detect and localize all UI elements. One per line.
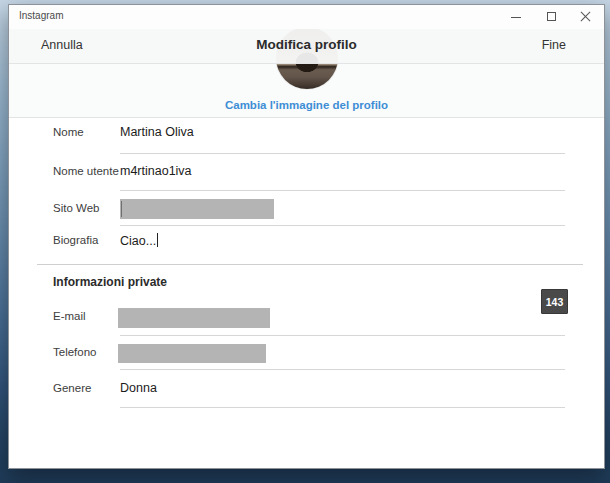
field-row-genere: Genere Donna: [9, 382, 604, 400]
email-label: E-mail: [53, 310, 86, 322]
genere-label: Genere: [53, 382, 91, 394]
minimize-icon: [511, 17, 521, 18]
minimize-button[interactable]: [504, 8, 528, 26]
field-underline: [120, 407, 565, 408]
field-row-nome: Nome Martina Oliva: [9, 126, 604, 144]
field-underline: [120, 369, 565, 370]
done-button[interactable]: Fine: [542, 38, 566, 52]
field-row-telefono: Telefono: [9, 346, 604, 364]
biografia-input[interactable]: Ciao...: [120, 233, 158, 248]
window-title: Instagram: [19, 10, 63, 21]
instagram-app-window: Instagram Annulla Modifica profilo Fine …: [8, 4, 605, 469]
field-row-biografia: Biografia Ciao...: [9, 234, 604, 252]
edit-profile-header: Annulla Modifica profilo Fine: [9, 29, 604, 64]
window-titlebar[interactable]: Instagram: [9, 5, 604, 29]
field-underline: [120, 190, 565, 191]
field-underline: [120, 225, 565, 226]
nome-input[interactable]: Martina Oliva: [120, 125, 194, 139]
maximize-button[interactable]: [540, 8, 564, 26]
close-button[interactable]: [574, 8, 598, 26]
scroll-position-badge: 143: [541, 289, 568, 314]
email-input-redacted[interactable]: [118, 308, 270, 328]
field-underline: [120, 153, 565, 154]
text-caret: [121, 201, 122, 217]
section-divider: [37, 264, 583, 265]
telefono-label: Telefono: [53, 346, 96, 358]
sito-web-input-redacted[interactable]: [120, 199, 274, 219]
telefono-input-redacted[interactable]: [118, 344, 266, 363]
nome-label: Nome: [53, 126, 84, 138]
change-profile-photo-link[interactable]: Cambia l'immagine del profilo: [9, 99, 604, 111]
nome-utente-label: Nome utente: [53, 165, 119, 177]
field-row-nome-utente: Nome utente m4rtinao1iva: [9, 165, 604, 183]
nome-utente-input[interactable]: m4rtinao1iva: [120, 164, 192, 178]
field-row-sito-web: Sito Web: [9, 202, 604, 220]
field-row-email: E-mail: [9, 310, 604, 328]
maximize-icon: [547, 12, 556, 21]
biografia-label: Biografia: [53, 234, 98, 246]
biografia-text: Ciao...: [120, 234, 156, 248]
sito-web-label: Sito Web: [53, 202, 99, 214]
genere-select[interactable]: Donna: [120, 381, 157, 395]
field-underline: [120, 335, 565, 336]
page-title: Modifica profilo: [9, 37, 604, 52]
private-info-heading: Informazioni private: [53, 275, 167, 289]
text-caret: [157, 233, 158, 247]
